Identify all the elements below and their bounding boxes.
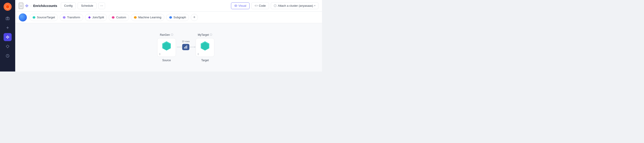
source-node-box[interactable]: 0 [157, 38, 176, 57]
connector-chart-icon[interactable] [182, 44, 190, 50]
subgraph-chip[interactable]: Subgraph [166, 14, 189, 21]
svg-line-13 [8, 36, 8, 37]
svg-marker-32 [169, 16, 172, 19]
svg-line-22 [27, 5, 28, 6]
sidebar-item-history[interactable] [4, 52, 12, 60]
svg-marker-28 [63, 16, 66, 19]
custom-label: Custom [116, 16, 126, 19]
source-node-label: Source [162, 59, 171, 62]
svg-rect-3 [6, 18, 10, 20]
sidebar-item-camera[interactable] [4, 14, 12, 22]
source-hex-icon [161, 41, 172, 52]
source-info-icon[interactable]: ⓘ [171, 33, 173, 36]
target-node-count: 0 [198, 53, 199, 56]
svg-point-18 [26, 6, 27, 7]
more-button[interactable]: ··· [98, 2, 105, 9]
svg-point-9 [8, 38, 8, 38]
visual-label: Visual [238, 4, 246, 7]
svg-point-4 [7, 18, 8, 19]
pipeline-nodes: RanGen ⓘ 0 Source 10 rows [157, 33, 214, 62]
target-hex-icon [200, 41, 210, 52]
svg-point-7 [6, 37, 7, 38]
svg-rect-37 [186, 46, 187, 49]
svg-point-10 [8, 37, 9, 38]
target-node-box[interactable]: 0 [196, 38, 214, 57]
svg-marker-27 [33, 16, 35, 19]
config-button[interactable]: Config [61, 2, 76, 9]
svg-marker-31 [134, 16, 137, 19]
app-logo[interactable] [4, 3, 12, 11]
target-node-group: MyTarget ⓘ 0 Target [196, 33, 214, 62]
source-target-label: Source/Target [37, 16, 55, 19]
connector: 10 rows [177, 40, 195, 50]
attach-cluster-label: Attach a cluster (anyasaas) [278, 4, 313, 7]
attach-cluster-dropdown-icon: ▾ [314, 4, 316, 7]
svg-line-14 [8, 37, 8, 38]
join-split-label: Join/Split [92, 16, 104, 19]
svg-point-16 [26, 5, 26, 6]
svg-point-19 [28, 5, 28, 6]
toolbar-globe [19, 14, 27, 22]
toolbar: Source/Target Transform Join/Split Custo… [15, 12, 322, 23]
source-node-group: RanGen ⓘ 0 Source [157, 33, 176, 62]
custom-chip[interactable]: Custom [109, 14, 129, 21]
code-label: Code [259, 4, 266, 7]
machine-learning-chip[interactable]: Machine Learning [131, 14, 164, 21]
sidebar [0, 0, 15, 72]
attach-cluster-button[interactable]: Attach a cluster (anyasaas) ▾ [271, 2, 318, 9]
rows-label: 10 rows [182, 40, 190, 43]
target-info-icon[interactable]: ⓘ [210, 33, 212, 36]
svg-point-17 [26, 4, 27, 5]
pipeline-canvas[interactable]: RanGen ⓘ 0 Source 10 rows [15, 23, 322, 72]
sidebar-item-pipeline[interactable] [4, 33, 12, 41]
topbar: » › EnrichAccounts Config Schedule ··· V… [15, 0, 322, 12]
mytarget-label: MyTarget [198, 33, 209, 36]
code-button[interactable]: Code [251, 2, 269, 9]
svg-point-8 [8, 36, 8, 36]
svg-point-2 [6, 5, 9, 8]
svg-point-24 [236, 5, 236, 6]
source-target-chip[interactable]: Source/Target [30, 14, 58, 21]
svg-marker-29 [88, 16, 91, 19]
breadcrumb-sep: › [30, 4, 32, 8]
svg-line-11 [7, 36, 7, 37]
transform-label: Transform [67, 16, 80, 19]
source-node-title: RanGen ⓘ [160, 33, 173, 36]
sidebar-item-add[interactable] [4, 24, 12, 32]
target-node-title: MyTarget ⓘ [198, 33, 212, 36]
machine-learning-label: Machine Learning [138, 16, 161, 19]
visual-button[interactable]: Visual [231, 2, 250, 9]
schedule-button[interactable]: Schedule [78, 2, 96, 9]
add-node-button[interactable]: + [191, 14, 198, 21]
target-node-label: Target [201, 59, 209, 62]
svg-line-12 [7, 37, 7, 38]
rangen-label: RanGen [160, 33, 170, 36]
svg-rect-35 [184, 47, 185, 49]
svg-line-21 [26, 6, 26, 6]
sidebar-item-diamond[interactable] [4, 42, 12, 50]
main-content: » › EnrichAccounts Config Schedule ··· V… [15, 0, 322, 72]
join-split-chip[interactable]: Join/Split [85, 14, 107, 21]
transform-chip[interactable]: Transform [60, 14, 83, 21]
svg-line-23 [27, 6, 28, 6]
svg-rect-36 [185, 46, 186, 49]
svg-line-20 [26, 5, 26, 6]
source-node-count: 0 [159, 53, 160, 56]
subgraph-label: Subgraph [174, 16, 186, 19]
svg-marker-30 [112, 16, 115, 19]
collapse-button[interactable]: » [19, 3, 23, 9]
pipeline-breadcrumb-icon [25, 4, 28, 8]
pipeline-title: EnrichAccounts [33, 4, 57, 8]
